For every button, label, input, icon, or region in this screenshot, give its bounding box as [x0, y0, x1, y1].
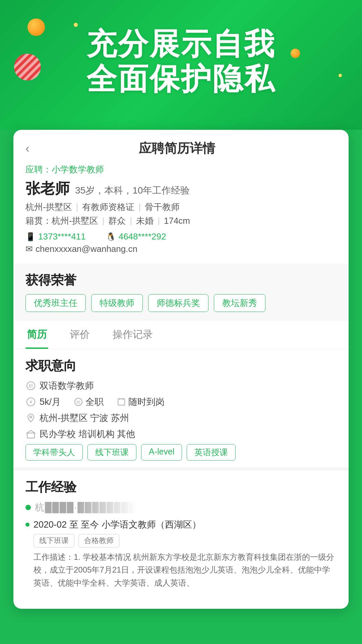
- work-entry-header: 2020-02 至 至今 小学语文教师（西湖区）: [25, 519, 337, 531]
- honor-tag-0: 优秀班主任: [25, 294, 86, 312]
- tabs-section: 简历 评价 操作记录: [13, 320, 349, 349]
- work-small-tag-0: 线下班课: [34, 534, 74, 547]
- job-tag-2: A-level: [141, 444, 182, 461]
- location-icon: [25, 413, 36, 423]
- job-tag-0: 学科带头人: [25, 444, 83, 461]
- school-icon: [25, 429, 36, 439]
- resume-card: ‹ 应聘简历详情 应聘：小学数学教师 张老师 35岁，本科，10年工作经验 杭州…: [13, 130, 349, 609]
- divider-1: |: [76, 202, 78, 212]
- hero-title: 充分展示自我 全面保护隐私: [20, 27, 342, 96]
- native-place: 籍贯：杭州-拱墅区: [25, 215, 98, 227]
- work-small-tags: 线下班课 合格教师: [34, 534, 337, 547]
- company-name-row: 杭████·████████: [25, 501, 337, 514]
- card-wrapper: ‹ 应聘简历详情 应聘：小学数学教师 张老师 35岁，本科，10年工作经验 杭州…: [0, 130, 362, 636]
- honors-section: 获得荣誉 优秀班主任 特级教师 师德标兵奖 教坛新秀: [13, 264, 349, 320]
- salary-icon: ¥: [25, 396, 36, 407]
- phone-number: 1373****411: [38, 231, 86, 242]
- position-type-text: 骨干教师: [145, 201, 180, 213]
- job-tag-1: 线下班课: [87, 444, 136, 461]
- tab-operation-log[interactable]: 操作记录: [111, 320, 154, 349]
- job-title-text: 双语数学教师: [40, 380, 94, 392]
- work-description: 工作描述：1. 学校基本情况 杭州新东方学校是北京新东方教育科技集团在浙的一级分…: [34, 551, 337, 596]
- teacher-name: 张老师: [25, 179, 70, 199]
- divider-3: |: [102, 216, 105, 226]
- salary-row: ¥ 5k/月 时 全职 随时到岗: [25, 396, 337, 408]
- school-types-text: 民办学校 培训机构 其他: [40, 428, 135, 440]
- svg-rect-10: [27, 433, 35, 438]
- divider-2: |: [138, 202, 141, 212]
- svg-text:¥: ¥: [29, 399, 32, 405]
- tab-resume[interactable]: 简历: [25, 320, 48, 349]
- tab-review[interactable]: 评价: [68, 320, 91, 349]
- job-type-icon: 时: [74, 397, 83, 406]
- personal-info-row: 籍贯：杭州-拱墅区 | 群众 | 未婚 | 174cm: [25, 215, 337, 227]
- phone-contact: 📱 1373****411: [25, 231, 86, 242]
- hero-section: 充分展示自我 全面保护隐私: [0, 0, 362, 130]
- availability-icon: [117, 397, 126, 406]
- profile-section: 应聘：小学数学教师 张老师 35岁，本科，10年工作经验 杭州-拱墅区 | 有教…: [13, 157, 349, 262]
- honors-title: 获得荣誉: [25, 272, 337, 289]
- svg-rect-6: [118, 399, 125, 405]
- work-exp-title: 工作经验: [25, 479, 337, 496]
- work-small-tag-1: 合格教师: [78, 534, 119, 547]
- job-intention-title: 求职意向: [25, 357, 337, 374]
- name-row: 张老师 35岁，本科，10年工作经验: [25, 179, 337, 199]
- qq-contact: 🐧 4648****292: [106, 231, 166, 242]
- availability-text: 随时到岗: [128, 396, 165, 408]
- work-entry-1: 2020-02 至 至今 小学语文教师（西湖区） 线下班课 合格教师 工作描述：…: [25, 519, 337, 596]
- marital-status: 未婚: [136, 215, 154, 227]
- deco-dot-1: [74, 23, 78, 27]
- teacher-meta: 35岁，本科，10年工作经验: [75, 184, 190, 197]
- phone-icon: 📱: [25, 232, 36, 241]
- card-header: ‹ 应聘简历详情: [13, 130, 349, 157]
- qq-number: 4648****292: [119, 231, 166, 242]
- work-date-title: 2020-02 至 至今 小学语文教师（西湖区）: [34, 519, 201, 531]
- divider-5: |: [158, 216, 160, 226]
- work-experience-section: 工作经验 杭████·████████ 2020-02 至 至今 小学语文教师（…: [13, 467, 349, 609]
- salary-text: 5k/月: [40, 396, 61, 408]
- back-button[interactable]: ‹: [25, 143, 29, 155]
- location-info-row: 杭州-拱墅区 | 有教师资格证 | 骨干教师: [25, 201, 337, 213]
- company-dot: [25, 505, 31, 510]
- svg-point-9: [30, 416, 32, 418]
- cities-row: 杭州-拱墅区 宁波 苏州: [25, 412, 337, 424]
- location-text: 杭州-拱墅区: [25, 201, 72, 213]
- height-text: 174cm: [164, 216, 190, 226]
- honor-tag-1: 特级教师: [91, 294, 143, 312]
- job-title-icon: 职: [25, 380, 36, 391]
- political-status: 群众: [108, 215, 126, 227]
- email-address: chenxxxxan@wanhang.cn: [36, 244, 137, 254]
- honors-tags-row: 优秀班主任 特级教师 师德标兵奖 教坛新秀: [25, 294, 337, 312]
- qq-icon: 🐧: [106, 232, 116, 241]
- svg-text:时: 时: [77, 400, 80, 404]
- job-tags-row: 学科带头人 线下班课 A-level 英语授课: [25, 444, 337, 461]
- honor-tag-2: 师德标兵奖: [148, 294, 208, 312]
- svg-text:职: 职: [29, 383, 33, 388]
- qualification-text: 有教师资格证: [82, 201, 134, 213]
- job-type-text: 全职: [85, 396, 104, 408]
- honor-tag-3: 教坛新秀: [214, 294, 265, 312]
- company-name: 杭████·████████: [35, 501, 136, 514]
- divider-4: |: [130, 216, 132, 226]
- email-icon: ✉: [25, 244, 33, 254]
- job-apply-label: 应聘：小学数学教师: [25, 164, 337, 175]
- card-title: 应聘简历详情: [36, 140, 318, 157]
- job-intention-section: 求职意向 职 双语数学教师 ¥ 5k/月: [13, 349, 349, 461]
- cities-text: 杭州-拱墅区 宁波 苏州: [40, 412, 129, 424]
- school-types-row: 民办学校 培训机构 其他: [25, 428, 337, 440]
- job-title-row: 职 双语数学教师: [25, 380, 337, 392]
- contact-row: 📱 1373****411 🐧 4648****292: [25, 231, 337, 242]
- email-row: ✉ chenxxxxan@wanhang.cn: [25, 244, 337, 254]
- work-entry-dot: [25, 523, 29, 527]
- job-tag-3: 英语授课: [187, 444, 236, 461]
